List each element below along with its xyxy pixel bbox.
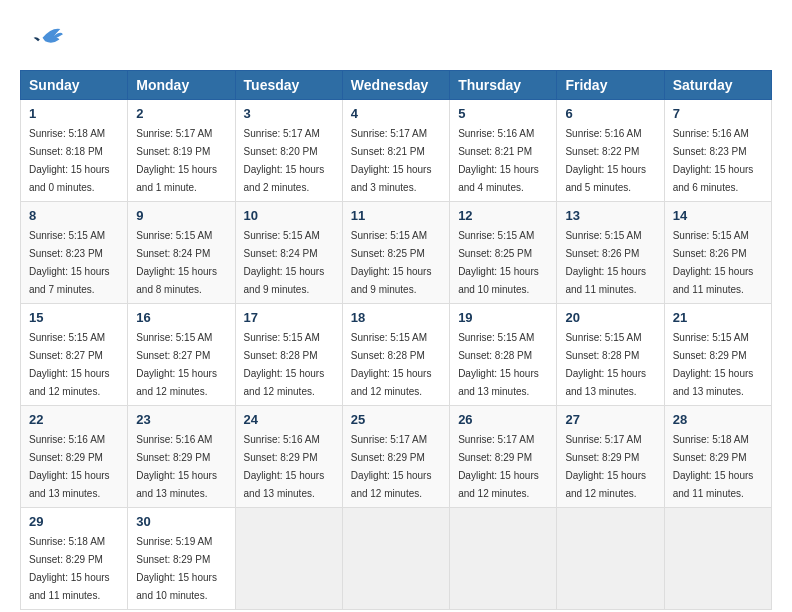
calendar-cell: 7 Sunrise: 5:16 AMSunset: 8:23 PMDayligh…	[664, 100, 771, 202]
day-info: Sunrise: 5:17 AMSunset: 8:19 PMDaylight:…	[136, 128, 217, 193]
day-number: 9	[136, 208, 226, 223]
day-info: Sunrise: 5:17 AMSunset: 8:29 PMDaylight:…	[565, 434, 646, 499]
day-info: Sunrise: 5:19 AMSunset: 8:29 PMDaylight:…	[136, 536, 217, 601]
day-info: Sunrise: 5:16 AMSunset: 8:29 PMDaylight:…	[29, 434, 110, 499]
day-number: 4	[351, 106, 441, 121]
calendar-cell: 6 Sunrise: 5:16 AMSunset: 8:22 PMDayligh…	[557, 100, 664, 202]
day-number: 29	[29, 514, 119, 529]
calendar-cell	[450, 508, 557, 610]
calendar-cell: 24 Sunrise: 5:16 AMSunset: 8:29 PMDaylig…	[235, 406, 342, 508]
calendar-cell	[235, 508, 342, 610]
day-info: Sunrise: 5:16 AMSunset: 8:29 PMDaylight:…	[244, 434, 325, 499]
day-info: Sunrise: 5:16 AMSunset: 8:22 PMDaylight:…	[565, 128, 646, 193]
weekday-header-row: SundayMondayTuesdayWednesdayThursdayFrid…	[21, 71, 772, 100]
calendar-cell: 21 Sunrise: 5:15 AMSunset: 8:29 PMDaylig…	[664, 304, 771, 406]
day-number: 17	[244, 310, 334, 325]
day-number: 22	[29, 412, 119, 427]
calendar-cell: 28 Sunrise: 5:18 AMSunset: 8:29 PMDaylig…	[664, 406, 771, 508]
weekday-header-wednesday: Wednesday	[342, 71, 449, 100]
calendar-week-row: 22 Sunrise: 5:16 AMSunset: 8:29 PMDaylig…	[21, 406, 772, 508]
calendar-cell: 18 Sunrise: 5:15 AMSunset: 8:28 PMDaylig…	[342, 304, 449, 406]
day-info: Sunrise: 5:15 AMSunset: 8:27 PMDaylight:…	[136, 332, 217, 397]
day-number: 13	[565, 208, 655, 223]
weekday-header-saturday: Saturday	[664, 71, 771, 100]
day-info: Sunrise: 5:15 AMSunset: 8:27 PMDaylight:…	[29, 332, 110, 397]
day-number: 16	[136, 310, 226, 325]
calendar-cell	[664, 508, 771, 610]
calendar-cell: 13 Sunrise: 5:15 AMSunset: 8:26 PMDaylig…	[557, 202, 664, 304]
weekday-header-thursday: Thursday	[450, 71, 557, 100]
calendar-week-row: 15 Sunrise: 5:15 AMSunset: 8:27 PMDaylig…	[21, 304, 772, 406]
calendar-week-row: 29 Sunrise: 5:18 AMSunset: 8:29 PMDaylig…	[21, 508, 772, 610]
day-info: Sunrise: 5:17 AMSunset: 8:29 PMDaylight:…	[458, 434, 539, 499]
day-info: Sunrise: 5:16 AMSunset: 8:23 PMDaylight:…	[673, 128, 754, 193]
day-info: Sunrise: 5:15 AMSunset: 8:26 PMDaylight:…	[565, 230, 646, 295]
day-info: Sunrise: 5:17 AMSunset: 8:21 PMDaylight:…	[351, 128, 432, 193]
day-info: Sunrise: 5:15 AMSunset: 8:25 PMDaylight:…	[351, 230, 432, 295]
day-info: Sunrise: 5:15 AMSunset: 8:26 PMDaylight:…	[673, 230, 754, 295]
day-number: 24	[244, 412, 334, 427]
page-header	[20, 20, 772, 60]
day-number: 25	[351, 412, 441, 427]
day-info: Sunrise: 5:18 AMSunset: 8:18 PMDaylight:…	[29, 128, 110, 193]
calendar-cell: 15 Sunrise: 5:15 AMSunset: 8:27 PMDaylig…	[21, 304, 128, 406]
calendar-cell: 27 Sunrise: 5:17 AMSunset: 8:29 PMDaylig…	[557, 406, 664, 508]
day-info: Sunrise: 5:16 AMSunset: 8:21 PMDaylight:…	[458, 128, 539, 193]
day-info: Sunrise: 5:15 AMSunset: 8:28 PMDaylight:…	[458, 332, 539, 397]
logo-icon	[20, 20, 65, 60]
calendar-cell: 8 Sunrise: 5:15 AMSunset: 8:23 PMDayligh…	[21, 202, 128, 304]
day-number: 19	[458, 310, 548, 325]
calendar-cell: 14 Sunrise: 5:15 AMSunset: 8:26 PMDaylig…	[664, 202, 771, 304]
day-number: 21	[673, 310, 763, 325]
calendar-cell: 22 Sunrise: 5:16 AMSunset: 8:29 PMDaylig…	[21, 406, 128, 508]
day-number: 6	[565, 106, 655, 121]
day-number: 5	[458, 106, 548, 121]
calendar-cell: 9 Sunrise: 5:15 AMSunset: 8:24 PMDayligh…	[128, 202, 235, 304]
calendar-cell: 3 Sunrise: 5:17 AMSunset: 8:20 PMDayligh…	[235, 100, 342, 202]
calendar-cell: 29 Sunrise: 5:18 AMSunset: 8:29 PMDaylig…	[21, 508, 128, 610]
calendar-cell: 1 Sunrise: 5:18 AMSunset: 8:18 PMDayligh…	[21, 100, 128, 202]
calendar-cell: 23 Sunrise: 5:16 AMSunset: 8:29 PMDaylig…	[128, 406, 235, 508]
calendar-cell: 26 Sunrise: 5:17 AMSunset: 8:29 PMDaylig…	[450, 406, 557, 508]
calendar-cell: 4 Sunrise: 5:17 AMSunset: 8:21 PMDayligh…	[342, 100, 449, 202]
calendar-cell	[342, 508, 449, 610]
day-number: 15	[29, 310, 119, 325]
calendar-cell: 16 Sunrise: 5:15 AMSunset: 8:27 PMDaylig…	[128, 304, 235, 406]
day-number: 1	[29, 106, 119, 121]
calendar-cell: 17 Sunrise: 5:15 AMSunset: 8:28 PMDaylig…	[235, 304, 342, 406]
day-info: Sunrise: 5:15 AMSunset: 8:24 PMDaylight:…	[136, 230, 217, 295]
day-number: 20	[565, 310, 655, 325]
day-number: 27	[565, 412, 655, 427]
calendar-table: SundayMondayTuesdayWednesdayThursdayFrid…	[20, 70, 772, 610]
day-info: Sunrise: 5:15 AMSunset: 8:25 PMDaylight:…	[458, 230, 539, 295]
day-number: 18	[351, 310, 441, 325]
day-info: Sunrise: 5:18 AMSunset: 8:29 PMDaylight:…	[673, 434, 754, 499]
day-number: 7	[673, 106, 763, 121]
day-number: 26	[458, 412, 548, 427]
day-number: 3	[244, 106, 334, 121]
day-info: Sunrise: 5:15 AMSunset: 8:24 PMDaylight:…	[244, 230, 325, 295]
day-info: Sunrise: 5:17 AMSunset: 8:29 PMDaylight:…	[351, 434, 432, 499]
day-number: 23	[136, 412, 226, 427]
calendar-cell: 30 Sunrise: 5:19 AMSunset: 8:29 PMDaylig…	[128, 508, 235, 610]
day-info: Sunrise: 5:15 AMSunset: 8:23 PMDaylight:…	[29, 230, 110, 295]
day-info: Sunrise: 5:15 AMSunset: 8:28 PMDaylight:…	[244, 332, 325, 397]
day-info: Sunrise: 5:15 AMSunset: 8:29 PMDaylight:…	[673, 332, 754, 397]
calendar-cell: 2 Sunrise: 5:17 AMSunset: 8:19 PMDayligh…	[128, 100, 235, 202]
calendar-cell: 5 Sunrise: 5:16 AMSunset: 8:21 PMDayligh…	[450, 100, 557, 202]
day-info: Sunrise: 5:17 AMSunset: 8:20 PMDaylight:…	[244, 128, 325, 193]
day-info: Sunrise: 5:15 AMSunset: 8:28 PMDaylight:…	[565, 332, 646, 397]
calendar-cell: 20 Sunrise: 5:15 AMSunset: 8:28 PMDaylig…	[557, 304, 664, 406]
day-info: Sunrise: 5:15 AMSunset: 8:28 PMDaylight:…	[351, 332, 432, 397]
day-info: Sunrise: 5:16 AMSunset: 8:29 PMDaylight:…	[136, 434, 217, 499]
weekday-header-monday: Monday	[128, 71, 235, 100]
day-number: 11	[351, 208, 441, 223]
calendar-cell: 10 Sunrise: 5:15 AMSunset: 8:24 PMDaylig…	[235, 202, 342, 304]
day-number: 14	[673, 208, 763, 223]
calendar-cell: 12 Sunrise: 5:15 AMSunset: 8:25 PMDaylig…	[450, 202, 557, 304]
calendar-cell: 25 Sunrise: 5:17 AMSunset: 8:29 PMDaylig…	[342, 406, 449, 508]
calendar-week-row: 8 Sunrise: 5:15 AMSunset: 8:23 PMDayligh…	[21, 202, 772, 304]
day-number: 30	[136, 514, 226, 529]
calendar-cell: 11 Sunrise: 5:15 AMSunset: 8:25 PMDaylig…	[342, 202, 449, 304]
day-number: 10	[244, 208, 334, 223]
